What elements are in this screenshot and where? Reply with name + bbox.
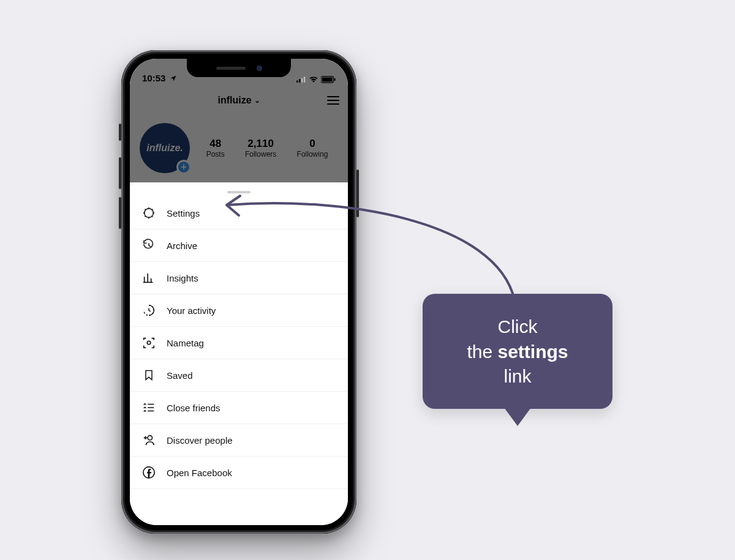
svg-rect-1 [299,79,300,83]
sheet-handle[interactable] [227,191,251,193]
svg-rect-0 [296,81,298,83]
status-time: 10:53 [142,73,165,83]
menu-item-nametag[interactable]: Nametag [130,327,348,359]
svg-rect-6 [334,78,335,81]
settings-icon [142,206,156,220]
callout-line3: link [441,364,594,389]
phone-power-button [356,170,359,217]
instruction-callout: Click the settings link [423,294,612,409]
menu-label: Discover people [167,435,233,446]
menu-item-open-facebook[interactable]: Open Facebook [130,457,348,489]
menu-item-your-activity[interactable]: Your activity [130,294,348,327]
svg-rect-2 [301,78,303,83]
bookmark-icon [142,368,156,382]
phone-notch [187,59,291,77]
svg-rect-5 [322,78,333,82]
phone-volume-down [119,197,121,229]
menu-label: Settings [167,208,200,218]
discover-people-icon [142,433,156,447]
cellular-icon [296,76,306,83]
callout-line2: the settings [441,340,594,365]
menu-label: Archive [167,241,197,251]
callout-line1: Click [441,315,594,340]
location-arrow-icon [168,75,178,82]
menu-label: Insights [167,273,198,283]
svg-rect-3 [304,77,305,83]
phone-mute-switch [119,124,121,141]
archive-icon [142,239,156,252]
phone-frame: 10:53 [121,50,356,534]
menu-item-close-friends[interactable]: Close friends [130,392,348,424]
menu-label: Nametag [167,338,204,348]
clock-icon [142,304,156,317]
menu-label: Saved [167,370,193,381]
menu-label: Open Facebook [167,468,232,478]
menu-label: Close friends [167,403,221,413]
battery-icon [321,76,336,83]
menu-item-insights[interactable]: Insights [130,262,348,294]
insights-icon [142,271,156,285]
menu-list: Settings Archive [130,197,348,489]
phone-screen: 10:53 [130,59,348,525]
nametag-icon [142,336,156,349]
phone-volume-up [119,157,121,189]
wifi-icon [309,76,318,83]
svg-point-8 [147,341,151,345]
menu-label: Your activity [167,305,216,316]
close-friends-icon [142,401,156,414]
facebook-icon [142,466,156,479]
menu-item-saved[interactable]: Saved [130,359,348,392]
menu-item-settings[interactable]: Settings [130,197,348,230]
menu-sheet: Settings Archive [130,182,348,525]
menu-item-archive[interactable]: Archive [130,230,348,262]
svg-point-9 [148,436,152,440]
menu-item-discover-people[interactable]: Discover people [130,424,348,457]
